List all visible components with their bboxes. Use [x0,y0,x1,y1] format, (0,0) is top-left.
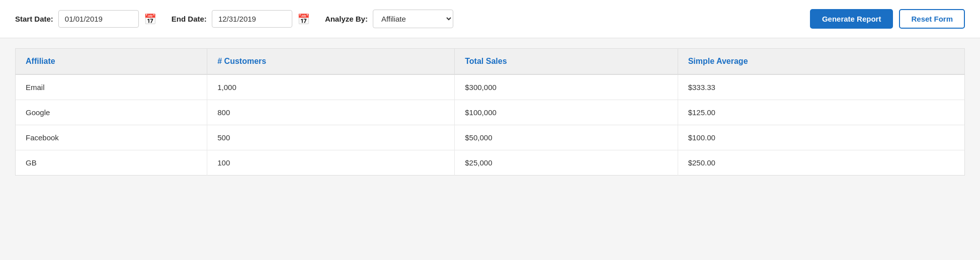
col-header-total-sales: Total Sales [455,49,678,75]
cell-simple_average: $100.00 [678,125,964,150]
cell-affiliate: Google [16,100,207,125]
cell-customers: 100 [207,150,455,176]
end-date-input[interactable] [212,10,292,28]
cell-total_sales: $300,000 [455,74,678,100]
analyze-by-group: Analyze By: Affiliate Product Campaign [325,10,453,28]
cell-customers: 1,000 [207,74,455,100]
cell-total_sales: $100,000 [455,100,678,125]
table-row: GB100$25,000$250.00 [16,150,965,176]
table-row: Facebook500$50,000$100.00 [16,125,965,150]
end-date-calendar-icon[interactable]: 📅 [297,13,310,25]
analyze-by-label: Analyze By: [325,15,368,23]
report-table-container: Affiliate # Customers Total Sales Simple… [0,38,980,186]
cell-total_sales: $50,000 [455,125,678,150]
table-header: Affiliate # Customers Total Sales Simple… [16,49,965,75]
start-date-group: Start Date: 📅 [15,10,156,28]
cell-simple_average: $250.00 [678,150,964,176]
table-row: Email1,000$300,000$333.33 [16,74,965,100]
analyze-by-select[interactable]: Affiliate Product Campaign [373,10,453,28]
cell-simple_average: $125.00 [678,100,964,125]
table-body: Email1,000$300,000$333.33Google800$100,0… [16,74,965,176]
toolbar: Start Date: 📅 End Date: 📅 Analyze By: Af… [0,0,980,38]
start-date-label: Start Date: [15,15,53,23]
cell-affiliate: GB [16,150,207,176]
col-header-simple-average: Simple Average [678,49,964,75]
action-buttons: Generate Report Reset Form [810,9,965,29]
report-table: Affiliate # Customers Total Sales Simple… [15,48,965,176]
table-header-row: Affiliate # Customers Total Sales Simple… [16,49,965,75]
table-row: Google800$100,000$125.00 [16,100,965,125]
generate-report-button[interactable]: Generate Report [810,9,893,29]
col-header-affiliate: Affiliate [16,49,207,75]
end-date-label: End Date: [172,15,207,23]
reset-form-button[interactable]: Reset Form [899,9,965,29]
start-date-calendar-icon[interactable]: 📅 [144,13,156,25]
end-date-group: End Date: 📅 [172,10,310,28]
col-header-customers: # Customers [207,49,455,75]
cell-affiliate: Email [16,74,207,100]
cell-simple_average: $333.33 [678,74,964,100]
cell-customers: 500 [207,125,455,150]
cell-customers: 800 [207,100,455,125]
start-date-input[interactable] [58,10,139,28]
cell-affiliate: Facebook [16,125,207,150]
cell-total_sales: $25,000 [455,150,678,176]
